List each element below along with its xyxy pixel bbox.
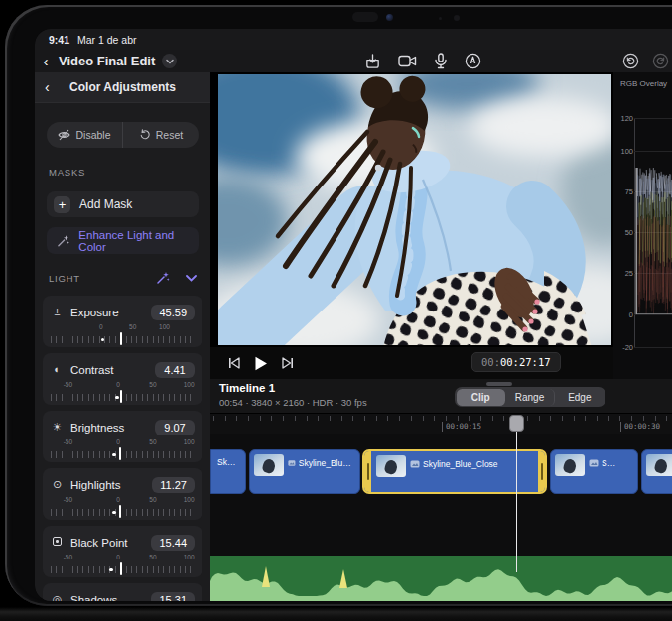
brightness-icon: ☀: [51, 422, 64, 433]
enhance-light-color-button[interactable]: Enhance Light and Color: [47, 227, 199, 254]
clip-thumbnail: [555, 454, 585, 476]
panel-title: Color Adjustments: [35, 80, 210, 94]
trim-handle-right[interactable]: [538, 451, 545, 492]
slider-exposure: ± Exposure 45.59 0 50 100: [43, 296, 202, 347]
table-surface: [0, 607, 672, 621]
ruler-label: 00:00:15: [442, 422, 481, 432]
clip-skyline-blue-wide[interactable]: Skyline_Blue_Wide: [249, 449, 360, 494]
front-camera-icon: [386, 14, 393, 21]
timeline-drag-handle[interactable]: [486, 382, 512, 386]
slider-brightness: ☀ Brightness 9.07 -50 0 50 100: [43, 411, 202, 462]
auto-enhance-icon[interactable]: [156, 271, 170, 285]
timeline-meta: 00:54 · 3840 × 2160 · HDR · 30 fps: [219, 397, 367, 408]
skip-to-start-icon[interactable]: [228, 357, 240, 369]
plus-icon: +: [54, 196, 70, 213]
playhead-handle[interactable]: [509, 415, 524, 432]
black-point-icon: [51, 537, 64, 548]
clip-thumbnail: [254, 454, 284, 476]
color-adjustments-panel: ‹ Color Adjustments Disable Rese: [35, 72, 210, 601]
bezel-sensor-dot: [439, 17, 442, 20]
status-date: Mar 1 de abr: [77, 34, 137, 46]
add-mask-button[interactable]: + Add Mask: [47, 191, 199, 217]
video-frame: [216, 72, 613, 347]
video-preview[interactable]: [216, 72, 613, 347]
media-photo-icon: [410, 460, 420, 468]
brightness-slider[interactable]: -50 0 50 100: [51, 440, 195, 460]
shadows-value[interactable]: 15.31: [151, 592, 195, 602]
timeline-tracks: Sk… Skyline_Blue_Wide: [210, 434, 672, 601]
redo-icon[interactable]: [652, 53, 669, 69]
photo-backdrop: 9:41 Mar 1 de abr ‹ Video Final Edit: [0, 0, 672, 621]
audio-track[interactable]: [210, 556, 672, 601]
black-point-value[interactable]: 15.44: [151, 535, 195, 551]
media-photo-icon: [288, 459, 296, 467]
play-icon[interactable]: [254, 356, 268, 371]
reset-icon: [139, 129, 151, 141]
slider-shadows: ◎ Shadows 15.31 -50 0 50 100: [43, 583, 202, 601]
record-video-icon[interactable]: [398, 54, 417, 68]
slider-black-point: Black Point 15.44 -50 0 50 100: [43, 526, 202, 577]
mode-clip[interactable]: Clip: [457, 389, 505, 406]
title-chevron-icon[interactable]: [162, 54, 177, 68]
highlights-value[interactable]: 11.27: [152, 477, 195, 493]
trim-handle-left[interactable]: [364, 451, 371, 492]
clip-thumbnail: [376, 455, 406, 477]
disable-button[interactable]: Disable: [47, 122, 123, 148]
masks-section-label: MASKS: [49, 167, 85, 178]
collapse-chevron-icon[interactable]: [186, 275, 197, 282]
clip-skyline-blue-close-selected[interactable]: Skyline_Blue_Close: [362, 449, 547, 494]
media-photo-icon: [589, 459, 599, 467]
contrast-icon: ◐: [51, 364, 64, 375]
clip-skyline-1[interactable]: Sk…: [210, 449, 246, 494]
app-toolbar: ‹ Video Final Edit: [35, 50, 672, 72]
timeline-name: Timeline 1: [219, 382, 275, 394]
scope-waveform: [635, 118, 672, 347]
contrast-value[interactable]: 4.41: [155, 362, 195, 378]
eye-off-icon: [58, 129, 70, 141]
timeline-ruler[interactable]: 00:00:15 00:00:30: [210, 413, 672, 434]
status-time: 9:41: [49, 34, 69, 46]
ipad-device: 9:41 Mar 1 de abr ‹ Video Final Edit: [5, 5, 672, 606]
light-section-header: LIGHT: [35, 270, 210, 288]
microphone-icon[interactable]: [434, 53, 448, 69]
light-section-label: LIGHT: [49, 273, 80, 284]
exposure-icon: ±: [51, 307, 64, 317]
disable-reset-group: Disable Reset: [47, 122, 199, 148]
export-icon[interactable]: [364, 53, 381, 69]
contrast-slider[interactable]: -50 0 50 100: [51, 383, 195, 403]
skip-to-end-icon[interactable]: [282, 357, 294, 369]
slider-contrast: ◐ Contrast 4.41 -50 0 50 100: [43, 353, 202, 405]
clip-skyline-3[interactable]: [641, 449, 672, 494]
reset-button[interactable]: Reset: [123, 122, 199, 148]
exposure-value[interactable]: 45.59: [151, 305, 195, 320]
transport-bar: 00:00:27:17: [210, 347, 613, 379]
mode-range[interactable]: Range: [505, 389, 555, 406]
rgb-overlay-scope: RGB Overlay 120 100 75 50 25 0 -20: [613, 72, 672, 379]
screen: 9:41 Mar 1 de abr ‹ Video Final Edit: [35, 29, 672, 601]
timecode-display: 00:00:27:17: [471, 352, 561, 372]
highlights-slider[interactable]: -50 0 50 100: [51, 498, 195, 518]
timeline-panel: Timeline 1 00:54 · 3840 × 2160 · HDR · 3…: [210, 379, 672, 601]
brightness-value[interactable]: 9.07: [155, 420, 195, 435]
shadows-icon: ◎: [51, 594, 64, 601]
playhead-line: [516, 416, 517, 572]
clip-thumbnail: [646, 454, 672, 476]
project-title[interactable]: Video Final Edit: [59, 54, 155, 68]
highlights-icon: ⊙: [51, 479, 64, 490]
undo-icon[interactable]: [622, 53, 639, 69]
slider-highlights: ⊙ Highlights 11.27 -50 0 50 100: [43, 468, 202, 520]
black-point-slider[interactable]: -50 0 50 100: [51, 556, 195, 575]
panel-back-icon[interactable]: ‹: [45, 79, 50, 95]
annotate-icon[interactable]: [465, 53, 481, 69]
ruler-label: 00:00:30: [620, 422, 660, 432]
status-bar: 9:41 Mar 1 de abr: [35, 29, 672, 50]
bezel-sensor-dot: [454, 15, 460, 21]
exposure-slider[interactable]: 0 50 100: [51, 325, 195, 345]
bezel-sensor-pill: [352, 12, 378, 22]
panel-header: ‹ Color Adjustments: [35, 72, 210, 103]
clip-skyline-2[interactable]: S…: [550, 449, 638, 494]
magic-wand-icon: [57, 234, 69, 248]
back-icon[interactable]: ‹: [35, 53, 57, 69]
mode-edge[interactable]: Edge: [555, 389, 604, 406]
edit-mode-segmented-control: Clip Range Edge: [455, 387, 605, 407]
